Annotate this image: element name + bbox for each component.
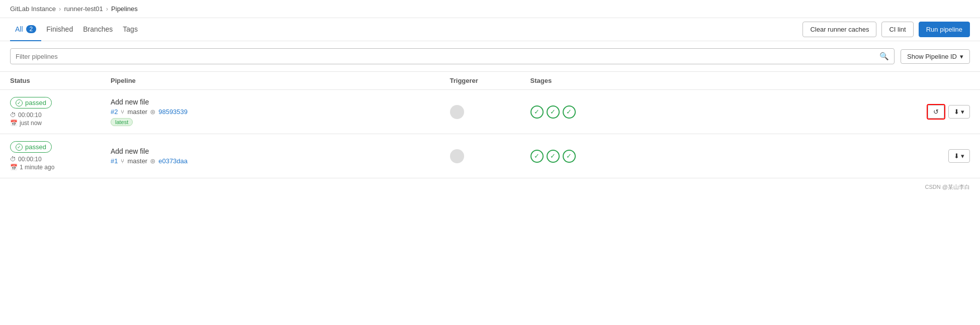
clock-icon-2: ⏱ [10,156,16,163]
status-check-icon-2: ✓ [16,144,23,151]
tab-finished[interactable]: Finished [41,18,78,41]
ci-lint-button[interactable]: CI lint [881,22,913,37]
pipeline-meta-1: Add new file #2 ⑂ master ◎ 98593539 late… [111,98,450,126]
retry-icon-1: ↺ [933,108,939,116]
branch-name-1: master [127,108,147,116]
table-header: Status Pipeline Triggerer Stages [0,72,980,90]
stage-check-1-3[interactable]: ✓ [563,105,576,119]
table-row: ✓ passed ⏱ 00:00:10 📅 1 minute ago Add n… [0,134,980,178]
status-label-2: passed [25,143,46,151]
download-chevron-2: ▾ [961,152,964,160]
table-row: ✓ passed ⏱ 00:00:10 📅 just now Add new f… [0,90,980,134]
calendar-icon-2: 📅 [10,164,18,171]
stages-cell-2: ✓ ✓ ✓ [530,150,631,163]
status-label-1: passed [25,99,46,106]
breadcrumb: GitLab Instance › runner-test01 › Pipeli… [0,0,980,18]
commit-icon-1: ◎ [150,109,155,115]
filter-input-wrap[interactable]: 🔍 [10,48,895,64]
tabs-actions: Clear runner caches CI lint Run pipeline [803,22,970,37]
commit-hash-link-1[interactable]: 98593539 [158,108,188,116]
download-icon-2: ⬇ [954,152,959,160]
pipeline-title-1: Add new file [111,98,450,106]
breadcrumb-sep-2: › [106,5,108,13]
retry-button-1[interactable]: ↺ [928,105,944,119]
tabs-bar: All 2 Finished Branches Tags Clear runne… [0,18,980,41]
tab-tags-label: Tags [123,25,138,33]
tab-branches-label: Branches [83,25,113,33]
time-ago-1: 📅 just now [10,120,111,127]
breadcrumb-sep-1: › [59,5,61,13]
tab-all-badge: 2 [26,25,37,33]
breadcrumb-current: Pipelines [111,5,138,13]
tab-all-label: All [15,25,23,33]
clear-runner-caches-button[interactable]: Clear runner caches [803,22,876,37]
clock-icon-1: ⏱ [10,112,16,119]
footer-note: CSDN @某山李白 [0,178,980,196]
stage-check-2-1[interactable]: ✓ [530,150,544,163]
row-actions-1: ↺ ⬇ ▾ [631,104,970,120]
pipeline-id-link-2[interactable]: #1 [111,157,118,165]
filter-pipelines-input[interactable] [16,53,876,60]
status-meta-2: ⏱ 00:00:10 📅 1 minute ago [10,156,111,171]
col-actions [631,77,970,84]
show-pipeline-id-dropdown[interactable]: Show Pipeline ID ▾ [901,49,970,64]
show-pipeline-id-label: Show Pipeline ID [907,53,957,60]
stage-check-2-2[interactable]: ✓ [547,150,560,163]
stage-check-1-2[interactable]: ✓ [547,105,560,119]
stages-cell-1: ✓ ✓ ✓ [530,105,631,119]
avatar-1 [450,105,464,119]
col-status: Status [10,77,111,84]
pipeline-meta-2: Add new file #1 ⑂ master ◎ e0373daa [111,147,450,165]
pipeline-title-2: Add new file [111,147,450,155]
pipeline-details-1: #2 ⑂ master ◎ 98593539 [111,108,450,116]
pipeline-id-link-1[interactable]: #2 [111,108,118,116]
breadcrumb-gitlab[interactable]: GitLab Instance [10,5,56,13]
duration-1: ⏱ 00:00:10 [10,112,111,119]
col-pipeline: Pipeline [111,77,450,84]
time-ago-2: 📅 1 minute ago [10,164,111,171]
branch-name-2: master [127,157,147,165]
avatar-2 [450,149,464,163]
status-meta-1: ⏱ 00:00:10 📅 just now [10,112,111,127]
tab-tags[interactable]: Tags [118,18,143,41]
status-cell-2: ✓ passed ⏱ 00:00:10 📅 1 minute ago [10,141,111,171]
status-check-icon-1: ✓ [16,99,23,106]
commit-hash-link-2[interactable]: e0373daa [158,157,188,165]
tab-branches[interactable]: Branches [78,18,118,41]
tab-all[interactable]: All 2 [10,18,41,41]
retry-button-highlight-1: ↺ [927,104,945,120]
download-button-2[interactable]: ⬇ ▾ [948,149,970,163]
status-badge-1: ✓ passed [10,97,52,109]
filter-bar: 🔍 Show Pipeline ID ▾ [0,41,980,72]
triggerer-cell-2 [450,149,530,163]
status-badge-2: ✓ passed [10,141,52,153]
col-triggerer: Triggerer [450,77,530,84]
pipeline-details-2: #1 ⑂ master ◎ e0373daa [111,157,450,165]
triggerer-cell-1 [450,105,530,119]
download-chevron-1: ▾ [961,108,964,116]
branch-icon-2: ⑂ [121,158,124,165]
branch-icon-1: ⑂ [121,109,124,116]
duration-2: ⏱ 00:00:10 [10,156,111,163]
chevron-down-icon: ▾ [960,53,963,60]
breadcrumb-runner[interactable]: runner-test01 [64,5,103,13]
tab-finished-label: Finished [46,25,73,33]
stage-check-2-3[interactable]: ✓ [563,150,576,163]
col-stages: Stages [530,77,631,84]
commit-icon-2: ◎ [150,158,155,164]
download-button-1[interactable]: ⬇ ▾ [948,105,970,119]
status-cell-1: ✓ passed ⏱ 00:00:10 📅 just now [10,97,111,127]
latest-badge-1: latest [111,118,133,126]
calendar-icon-1: 📅 [10,120,18,127]
stage-check-1-1[interactable]: ✓ [530,105,544,119]
search-icon: 🔍 [879,52,889,61]
download-icon-1: ⬇ [954,108,959,116]
row-actions-2: ⬇ ▾ [631,149,970,163]
run-pipeline-button[interactable]: Run pipeline [919,22,970,37]
